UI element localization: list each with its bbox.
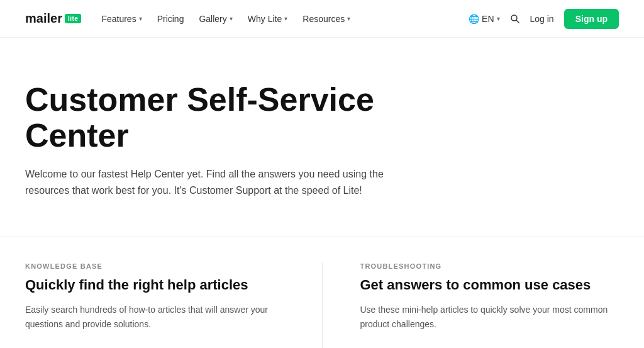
login-button[interactable]: Log in [530, 14, 554, 24]
signup-button[interactable]: Sign up [564, 9, 619, 29]
hero-title: Customer Self-Service Center [25, 82, 465, 154]
nav-pricing[interactable]: Pricing [157, 14, 184, 24]
chevron-down-icon: ▾ [284, 15, 287, 22]
card-title: Get answers to common use cases [360, 276, 619, 295]
card-description: Use these mini-help articles to quickly … [360, 303, 619, 331]
search-button[interactable] [510, 14, 520, 24]
card-category-label: TROUBLESHOOTING [360, 262, 619, 270]
card-category-label: KNOWLEDGE BASE [25, 262, 284, 270]
nav-features[interactable]: Features ▾ [101, 14, 142, 24]
card-troubleshooting: TROUBLESHOOTING Get answers to common us… [322, 262, 619, 348]
hero-section: Customer Self-Service Center Welcome to … [0, 38, 491, 237]
chevron-down-icon: ▾ [139, 15, 142, 22]
hero-subtitle: Welcome to our fastest Help Center yet. … [25, 166, 402, 198]
globe-icon: 🌐 [469, 14, 479, 24]
nav-links: Features ▾ Pricing Gallery ▾ Why Lite ▾ … [101, 14, 350, 24]
svg-line-1 [516, 20, 519, 23]
nav-why-lite[interactable]: Why Lite ▾ [248, 14, 287, 24]
chevron-down-icon: ▾ [347, 15, 350, 22]
card-title: Quickly find the right help articles [25, 276, 284, 295]
nav-left: mailer lite Features ▾ Pricing Gallery ▾… [25, 11, 350, 26]
card-knowledge-base: KNOWLEDGE BASE Quickly find the right he… [25, 262, 322, 348]
card-description: Easily search hundreds of how-to article… [25, 303, 284, 331]
search-icon [510, 14, 520, 24]
navbar: mailer lite Features ▾ Pricing Gallery ▾… [0, 0, 644, 38]
nav-resources[interactable]: Resources ▾ [303, 14, 350, 24]
nav-gallery[interactable]: Gallery ▾ [199, 14, 232, 24]
logo[interactable]: mailer lite [25, 11, 81, 26]
chevron-down-icon: ▾ [497, 15, 500, 22]
nav-right: 🌐 EN ▾ Log in Sign up [469, 9, 619, 29]
chevron-down-icon: ▾ [230, 15, 233, 22]
logo-name: mailer [25, 11, 62, 26]
cards-section: KNOWLEDGE BASE Quickly find the right he… [0, 237, 644, 348]
logo-badge: lite [65, 14, 81, 23]
language-selector[interactable]: 🌐 EN ▾ [469, 14, 499, 24]
